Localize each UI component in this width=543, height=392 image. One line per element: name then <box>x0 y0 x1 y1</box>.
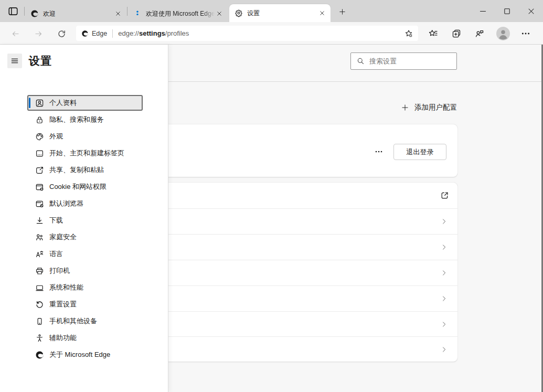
close-window-button[interactable] <box>519 0 543 22</box>
settings-list-row[interactable] <box>126 285 457 311</box>
sidebar-item[interactable]: 下载 <box>27 213 143 228</box>
sidebar-item[interactable]: 重置设置 <box>27 296 143 312</box>
new-tab-button[interactable] <box>336 6 348 17</box>
signout-button[interactable]: 退出登录 <box>393 144 446 160</box>
maximize-button[interactable] <box>495 0 519 22</box>
feedback-button[interactable] <box>472 26 487 41</box>
sidebar-item[interactable]: 共享、复制和粘贴 <box>27 162 143 178</box>
profile-more-button[interactable] <box>373 147 385 156</box>
settings-list-row[interactable] <box>126 183 457 208</box>
sidebar-item-label: 外观 <box>49 132 63 141</box>
blue-dots-icon <box>133 9 142 18</box>
family-safety-icon <box>35 233 44 242</box>
sidebar-item-label: 共享、复制和粘贴 <box>49 165 104 175</box>
profile-card: 退出登录 <box>126 124 457 177</box>
sidebar-item[interactable]: 家庭安全 <box>27 229 143 245</box>
privacy-lock-icon <box>35 115 44 124</box>
add-favorite-button[interactable] <box>402 27 415 40</box>
settings-nav: 个人资料隐私、搜索和服务外观开始、主页和新建标签页共享、复制和粘贴Cookie … <box>27 95 143 364</box>
languages-icon <box>35 250 44 259</box>
start-home-icon <box>35 149 44 158</box>
address-bar[interactable]: Edge edge://settings/profiles <box>76 26 418 41</box>
menu-toggle-button[interactable] <box>7 54 22 68</box>
favorites-icon <box>429 29 438 38</box>
sidebar-item[interactable]: 辅助功能 <box>27 330 143 346</box>
back-arrow-icon <box>11 29 20 38</box>
gear-icon <box>235 9 243 17</box>
settings-list-row[interactable] <box>126 336 457 362</box>
search-input[interactable] <box>369 57 452 65</box>
address-separator <box>112 29 113 38</box>
tab-actions-icon[interactable] <box>6 5 20 17</box>
refresh-button[interactable] <box>55 27 68 40</box>
sidebar-item[interactable]: 外观 <box>27 129 143 144</box>
sidebar-item[interactable]: 打印机 <box>27 263 143 279</box>
hamburger-icon <box>10 57 19 65</box>
sidebar-item[interactable]: 语言 <box>27 246 143 262</box>
back-button[interactable] <box>8 27 22 40</box>
settings-list-row[interactable] <box>126 234 457 260</box>
settings-sidebar: 设置 个人资料隐私、搜索和服务外观开始、主页和新建标签页共享、复制和粘贴Cook… <box>0 45 168 392</box>
avatar-icon <box>496 27 510 40</box>
sidebar-item-label: 重置设置 <box>49 300 77 309</box>
close-icon <box>320 10 325 16</box>
settings-list-row[interactable] <box>126 260 457 285</box>
settings-search[interactable] <box>350 52 457 70</box>
forward-arrow-icon <box>34 29 43 38</box>
tab-close-button[interactable] <box>215 9 223 18</box>
more-horizontal-icon <box>521 29 530 38</box>
edge-logo-icon <box>30 9 39 18</box>
sidebar-item[interactable]: 手机和其他设备 <box>27 313 143 329</box>
close-icon <box>217 11 222 16</box>
sidebar-item-label: 家庭安全 <box>49 232 77 242</box>
tab-separator <box>127 7 127 16</box>
sidebar-item-label: 隐私、搜索和服务 <box>49 115 104 124</box>
sidebar-item[interactable]: 隐私、搜索和服务 <box>27 112 143 128</box>
tab-welcome-edge[interactable]: 欢迎使用 Microsoft Edge <box>128 5 228 22</box>
add-profile-button[interactable]: 添加用户配置 <box>401 100 457 115</box>
sidebar-item[interactable]: 系统和性能 <box>27 280 143 295</box>
sidebar-item-label: 下载 <box>49 216 63 225</box>
add-profile-label: 添加用户配置 <box>414 103 457 112</box>
tab-title: 欢迎使用 Microsoft Edge <box>146 9 215 18</box>
edge-logo-icon <box>35 351 44 359</box>
default-browser-icon <box>35 199 44 208</box>
printer-icon <box>35 267 44 276</box>
browser-menu-button[interactable] <box>518 26 533 41</box>
share-copy-paste-icon <box>35 166 44 175</box>
sidebar-item-label: 辅助功能 <box>49 333 77 343</box>
profile-avatar-button[interactable] <box>496 27 510 40</box>
forward-button[interactable] <box>31 27 45 40</box>
sidebar-item[interactable]: Cookie 和网站权限 <box>27 179 143 195</box>
feedback-icon <box>475 29 484 38</box>
settings-list-row[interactable] <box>126 208 457 234</box>
reset-icon <box>35 300 44 309</box>
sidebar-item[interactable]: 关于 Microsoft Edge <box>27 347 143 363</box>
toolbar: Edge edge://settings/profiles <box>0 22 543 45</box>
favorites-button[interactable] <box>426 26 441 41</box>
sidebar-item[interactable]: 个人资料 <box>27 95 143 111</box>
page-title: 设置 <box>29 54 52 68</box>
chevron-right-icon <box>441 346 448 353</box>
sidebar-item[interactable]: 默认浏览器 <box>27 196 143 211</box>
settings-list-row[interactable] <box>126 311 457 336</box>
sidebar-item-label: 开始、主页和新建标签页 <box>49 149 124 158</box>
sidebar-item[interactable]: 开始、主页和新建标签页 <box>27 145 143 161</box>
tab-close-button[interactable] <box>317 9 326 18</box>
person-badge-icon <box>35 99 44 108</box>
sidebar-item-label: Cookie 和网站权限 <box>49 182 107 192</box>
chevron-right-icon <box>441 218 448 225</box>
sidebar-item-label: 手机和其他设备 <box>49 316 97 326</box>
collections-button[interactable] <box>449 26 464 41</box>
tab-settings[interactable]: 设置 <box>229 4 331 22</box>
edge-logo-icon <box>81 30 89 37</box>
search-icon <box>357 57 365 65</box>
external-link-icon <box>440 191 449 200</box>
refresh-icon <box>57 29 66 38</box>
tab-welcome[interactable]: 欢迎 <box>25 5 126 22</box>
minimize-button[interactable] <box>471 0 495 22</box>
add-favorite-icon <box>404 29 413 38</box>
site-badge[interactable]: Edge <box>81 30 107 37</box>
sidebar-item-label: 语言 <box>49 249 63 259</box>
tab-close-button[interactable] <box>113 9 122 18</box>
